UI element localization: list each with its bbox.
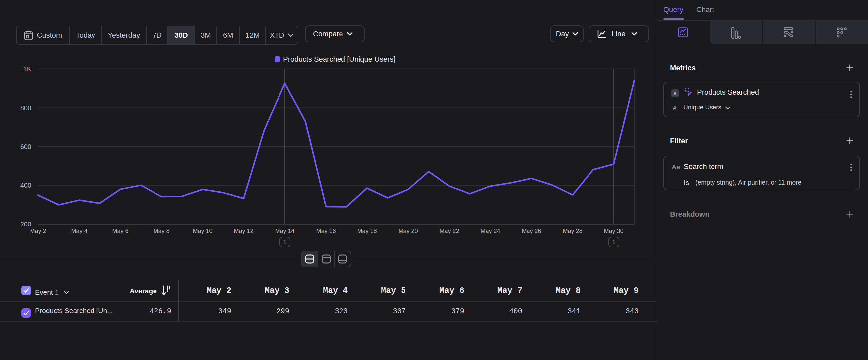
svg-text:400: 400 <box>20 182 31 189</box>
svg-text:May 12: May 12 <box>234 228 253 234</box>
svg-text:May 10: May 10 <box>193 228 212 234</box>
svg-text:May 8: May 8 <box>153 228 169 234</box>
svg-text:May 6: May 6 <box>112 228 128 234</box>
svg-text:800: 800 <box>20 104 31 112</box>
svg-text:May 22: May 22 <box>439 228 459 234</box>
svg-text:600: 600 <box>20 143 31 150</box>
svg-text:May 4: May 4 <box>71 228 87 234</box>
svg-text:May 16: May 16 <box>316 228 336 234</box>
svg-text:200: 200 <box>20 221 31 228</box>
svg-text:1K: 1K <box>23 65 31 73</box>
svg-text:May 24: May 24 <box>480 228 500 234</box>
svg-text:May 26: May 26 <box>522 228 541 234</box>
svg-text:May 28: May 28 <box>563 228 582 234</box>
svg-text:May 20: May 20 <box>398 228 418 234</box>
svg-text:May 30: May 30 <box>604 228 623 234</box>
svg-text:1: 1 <box>283 239 287 246</box>
svg-text:May 2: May 2 <box>30 228 46 234</box>
svg-text:May 14: May 14 <box>275 228 294 234</box>
svg-text:1: 1 <box>612 239 616 246</box>
svg-text:May 18: May 18 <box>357 228 377 234</box>
